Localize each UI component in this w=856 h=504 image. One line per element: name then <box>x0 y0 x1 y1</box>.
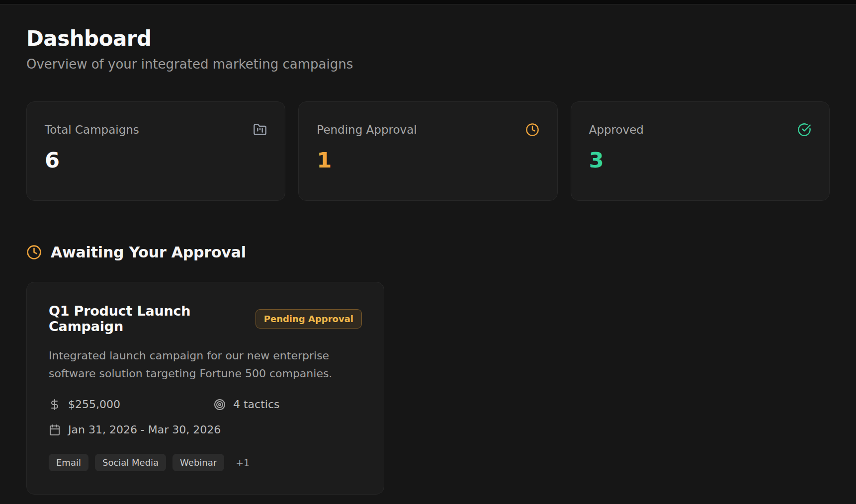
page-subtitle: Overview of your integrated marketing ca… <box>26 57 830 72</box>
date-range-value: Jan 31, 2026 - Mar 30, 2026 <box>68 423 221 436</box>
stat-value-total: 6 <box>45 150 267 171</box>
folder-kanban-icon <box>253 123 267 137</box>
awaiting-approval-section-header: Awaiting Your Approval <box>26 244 830 261</box>
dashboard-page: Dashboard Overview of your integrated ma… <box>0 4 856 495</box>
page-title: Dashboard <box>26 26 830 51</box>
stat-label: Approved <box>589 123 644 136</box>
campaign-date-range: Jan 31, 2026 - Mar 30, 2026 <box>49 423 362 436</box>
stat-card-total-campaigns: Total Campaigns 6 <box>26 101 285 201</box>
dollar-sign-icon <box>49 399 61 411</box>
campaign-card[interactable]: Q1 Product Launch Campaign Pending Appro… <box>26 282 384 495</box>
budget-value: $255,000 <box>68 398 120 411</box>
campaign-tactics: 4 tactics <box>214 398 362 411</box>
stat-label: Pending Approval <box>317 123 417 136</box>
stat-value-approved: 3 <box>589 150 811 171</box>
campaign-description: Integrated launch campaign for our new e… <box>49 347 353 382</box>
status-badge: Pending Approval <box>256 309 362 329</box>
clock-icon <box>525 123 539 137</box>
campaign-tags: Email Social Media Webinar +1 <box>49 454 362 471</box>
campaign-budget: $255,000 <box>49 398 214 411</box>
tactics-value: 4 tactics <box>233 398 280 411</box>
stat-value-pending: 1 <box>317 150 539 171</box>
calendar-icon <box>49 424 61 436</box>
window-top-edge <box>0 0 856 4</box>
stats-grid: Total Campaigns 6 Pending Approval <box>26 101 830 201</box>
stat-label: Total Campaigns <box>45 123 139 136</box>
circle-check-icon <box>797 123 811 137</box>
more-tags-count: +1 <box>236 457 250 468</box>
section-title: Awaiting Your Approval <box>51 244 246 261</box>
tag-chip-social-media: Social Media <box>95 454 166 471</box>
clock-icon <box>26 245 42 260</box>
tag-chip-webinar: Webinar <box>172 454 224 471</box>
stat-card-approved: Approved 3 <box>571 101 830 201</box>
tag-chip-email: Email <box>49 454 88 471</box>
campaign-title: Q1 Product Launch Campaign <box>49 303 247 334</box>
stat-card-pending-approval: Pending Approval 1 <box>298 101 557 201</box>
target-icon <box>214 399 226 411</box>
